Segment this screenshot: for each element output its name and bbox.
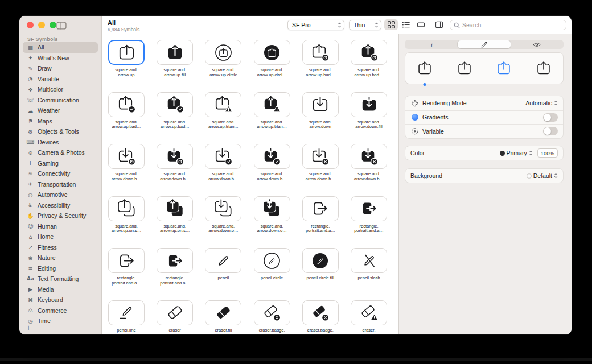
font-popup[interactable]: SF Pro <box>287 20 344 30</box>
symbol-cell[interactable]: square.and.arrow.down.b… <box>250 144 294 181</box>
symbol-thumbnail[interactable] <box>205 144 241 169</box>
symbol-thumbnail[interactable] <box>205 248 241 273</box>
list-view-icon[interactable] <box>399 19 413 30</box>
symbol-cell[interactable]: square.and.arrow.down.o… <box>202 196 245 234</box>
symbol-cell[interactable]: square.and.arrow.down.b… <box>105 144 148 181</box>
symbol-cell[interactable]: square.and.arrow.up.bad… <box>299 40 342 77</box>
symbol-thumbnail[interactable] <box>254 248 290 273</box>
symbol-thumbnail[interactable] <box>302 300 339 325</box>
sidebar-item-commerce[interactable]: ⚖ Commerce <box>23 305 98 316</box>
sidebar-item-devices[interactable]: ⌨ Devices <box>23 137 98 148</box>
sidebar-item-transportation[interactable]: ✈ Transportation <box>23 179 98 190</box>
symbol-thumbnail[interactable] <box>302 144 339 169</box>
sidebar-item-text-formatting[interactable]: Aa Text Formatting <box>23 274 98 284</box>
symbol-thumbnail[interactable] <box>157 144 193 169</box>
sidebar-item-gaming[interactable]: ✛ Gaming <box>23 158 98 169</box>
symbol-cell[interactable]: rectangle.portrait.and.a… <box>153 248 196 286</box>
symbol-cell[interactable]: square.and.arrow.up.fill <box>153 40 196 77</box>
minimize-button[interactable] <box>38 22 45 28</box>
symbol-cell[interactable]: eraser.fill <box>202 300 245 333</box>
search-field[interactable] <box>450 20 566 30</box>
sidebar-item-media[interactable]: ▶ Media <box>23 284 98 295</box>
symbol-thumbnail[interactable] <box>157 300 193 325</box>
symbol-cell[interactable]: pencil.circle <box>250 248 294 281</box>
symbol-thumbnail[interactable] <box>351 40 387 65</box>
symbol-cell[interactable]: square.and.arrow.down.o… <box>250 196 294 234</box>
symbol-cell[interactable]: pencil.circle.fill <box>299 248 342 281</box>
sidebar-item-time[interactable]: ◷ Time <box>23 316 98 326</box>
sidebar-item-connectivity[interactable]: ≋ Connectivity <box>23 168 98 179</box>
symbol-thumbnail[interactable] <box>205 40 241 65</box>
symbol-thumbnail[interactable] <box>351 196 387 221</box>
symbol-thumbnail[interactable] <box>157 248 193 273</box>
symbol-cell[interactable]: square.and.arrow.down.b… <box>347 144 390 181</box>
sidebar-item-variable[interactable]: ◔ Variable <box>23 74 98 85</box>
grid-view-icon[interactable] <box>384 19 398 30</box>
symbol-thumbnail[interactable] <box>108 40 145 65</box>
symbol-cell[interactable]: rectangle.portrait.and.a… <box>347 196 390 234</box>
symbol-thumbnail[interactable] <box>108 144 145 169</box>
symbol-cell[interactable]: square.and.arrow.up.bad… <box>153 92 196 130</box>
sidebar-item-draw[interactable]: ✎ Draw <box>23 63 98 74</box>
sidebar-item-accessibility[interactable]: ♿ Accessibility <box>23 200 98 211</box>
symbol-thumbnail[interactable] <box>351 300 387 325</box>
symbol-cell[interactable]: eraser <box>153 300 196 333</box>
opacity-field[interactable]: 100% <box>537 148 558 158</box>
symbol-cell[interactable]: rectangle.portrait.and.a… <box>299 196 342 234</box>
rendering-mode-popup[interactable]: Automatic <box>525 100 558 106</box>
sidebar-item-multicolor[interactable]: ❖ Multicolor <box>23 84 98 95</box>
preview-variant[interactable] <box>453 57 476 80</box>
sidebar-item-maps[interactable]: ⚑ Maps <box>23 116 98 127</box>
symbol-thumbnail[interactable] <box>157 40 193 65</box>
preview-variant[interactable] <box>492 57 515 80</box>
sidebar-item-keyboard[interactable]: ⌘ Keyboard <box>23 295 98 305</box>
symbol-cell[interactable]: square.and.arrow.up.bad… <box>105 92 148 130</box>
symbol-cell[interactable]: square.and.arrow.down.fill <box>347 92 390 130</box>
sidebar-toggle-icon[interactable] <box>55 21 68 30</box>
symbol-thumbnail[interactable] <box>157 196 193 221</box>
symbol-cell[interactable]: pencil <box>202 248 245 281</box>
symbol-cell[interactable]: square.and.arrow.up <box>105 40 148 77</box>
symbol-cell[interactable]: square.and.arrow.up.on.s… <box>105 196 148 234</box>
symbol-thumbnail[interactable] <box>302 196 339 221</box>
close-button[interactable] <box>27 22 34 28</box>
color-popup[interactable]: Primary <box>500 150 533 156</box>
add-collection-button[interactable]: + <box>26 324 31 332</box>
symbol-cell[interactable]: square.and.arrow.up.circle <box>202 40 245 77</box>
gallery-view-icon[interactable] <box>414 19 427 30</box>
symbol-thumbnail[interactable] <box>108 300 145 325</box>
symbol-thumbnail[interactable] <box>108 196 145 221</box>
sidebar-item-fitness[interactable]: ↗ Fitness <box>23 242 98 253</box>
symbol-cell[interactable]: square.and.arrow.up.on.s… <box>153 196 196 234</box>
weight-popup[interactable]: Thin <box>349 20 381 30</box>
symbol-thumbnail[interactable] <box>108 248 145 273</box>
symbol-thumbnail[interactable] <box>302 248 339 273</box>
symbol-cell[interactable]: square.and.arrow.down <box>299 92 342 130</box>
symbol-cell[interactable]: eraser.badge. <box>250 300 294 333</box>
symbol-cell[interactable]: square.and.arrow.down.b… <box>153 144 196 181</box>
info-tab[interactable]: i <box>405 40 458 48</box>
sidebar-item-editing[interactable]: ≡ Editing <box>23 263 98 274</box>
search-input[interactable] <box>462 22 562 28</box>
symbol-thumbnail[interactable] <box>302 92 339 117</box>
symbol-thumbnail[interactable] <box>205 300 241 325</box>
sidebar-item-weather[interactable]: ☁ Weather <box>23 105 98 116</box>
symbol-cell[interactable]: eraser. <box>347 300 390 333</box>
symbol-thumbnail[interactable] <box>108 92 145 117</box>
symbol-thumbnail[interactable] <box>302 40 339 65</box>
symbol-cell[interactable]: pencil.slash <box>347 248 390 281</box>
preview-variant[interactable] <box>413 57 436 80</box>
symbol-thumbnail[interactable] <box>254 92 290 117</box>
eye-tab[interactable] <box>511 40 563 48</box>
symbol-thumbnail[interactable] <box>351 248 387 273</box>
gradients-toggle[interactable] <box>543 113 558 122</box>
sidebar-item-all[interactable]: ▦ All <box>23 42 98 53</box>
sidebar-item-camera-photos[interactable]: ⊙ Camera & Photos <box>23 147 98 158</box>
sidebar-item-objects-tools[interactable]: ⚙ Objects & Tools <box>23 126 98 137</box>
eyedropper-tab[interactable] <box>458 40 510 48</box>
symbol-cell[interactable]: pencil.line <box>105 300 148 333</box>
sidebar-item-human[interactable]: ☺ Human <box>23 221 98 232</box>
sidebar-item-home[interactable]: ⌂ Home <box>23 231 98 242</box>
inspector-toggle-icon[interactable] <box>432 19 446 30</box>
symbol-thumbnail[interactable] <box>254 40 290 65</box>
